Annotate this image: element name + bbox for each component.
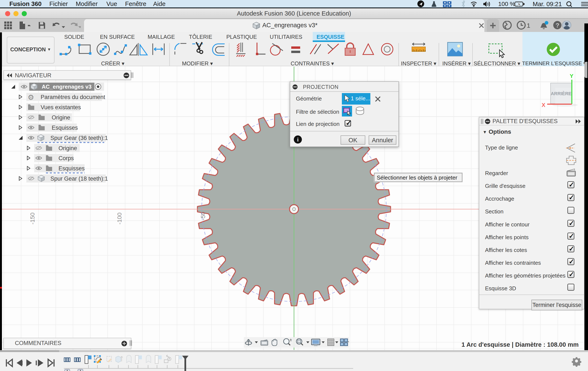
svg-text:ARRIÈRE: ARRIÈRE [551,91,571,96]
svg-text:Paramètres du document: Paramètres du document [41,94,105,100]
svg-text:Spur Gear (18 teeth):1: Spur Gear (18 teeth):1 [50,175,108,182]
svg-text:1: 1 [527,22,530,29]
svg-text:-150: -150 [29,213,36,224]
svg-text:Corps: Corps [59,155,74,162]
svg-text:Y: Y [570,73,573,79]
svg-text:-100: -100 [116,213,123,224]
svg-text:X: X [542,102,546,108]
svg-text:⚙: ⚙ [28,93,34,101]
svg-text:Origine: Origine [59,145,77,152]
svg-text:-50: -50 [200,212,206,220]
svg-text:±: ± [290,338,292,342]
svg-text:Mar. 09:21: Mar. 09:21 [533,1,562,7]
svg-text:AC_engrenages v3: AC_engrenages v3 [42,84,92,90]
svg-text:Spur Gear (36 teeth):1: Spur Gear (36 teeth):1 [50,135,108,141]
svg-text:100 %: 100 % [498,1,515,7]
svg-text:i: i [297,137,298,143]
svg-text:Esquisses: Esquisses [59,165,85,172]
svg-text:?: ? [556,22,559,29]
svg-text:Esquisses: Esquisses [52,125,78,131]
svg-text:Vues existantes: Vues existantes [41,104,81,110]
svg-text:Origine: Origine [52,114,70,121]
